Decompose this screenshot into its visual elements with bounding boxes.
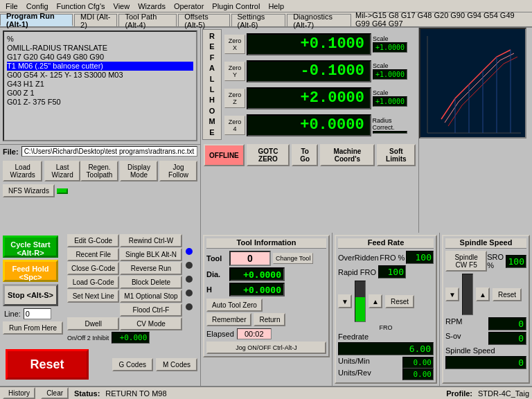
- fro-bar: [355, 281, 366, 322]
- single-blk-btn[interactable]: Single BLK Alt-N: [120, 248, 181, 261]
- soft-limits-btn[interactable]: Soft Limits: [377, 144, 416, 166]
- stop-btn[interactable]: Stop <Alt-S>: [3, 284, 58, 306]
- regen-toolpath-btn[interactable]: Regen. Toolpath: [80, 161, 118, 181]
- tab-tool-path[interactable]: Tool Path (Alt-4): [118, 14, 177, 26]
- nfs-active-indicator[interactable]: [57, 188, 68, 194]
- sov-label: S-ov: [445, 332, 461, 345]
- tab-program-run[interactable]: Program Run (Alt-1): [0, 14, 73, 26]
- reset-btn[interactable]: Reset: [6, 349, 89, 380]
- clear-btn[interactable]: Clear: [41, 387, 69, 399]
- last-wizard-btn[interactable]: Last Wizard: [44, 161, 80, 181]
- machine-coords-btn[interactable]: Machine Coord's: [320, 144, 375, 166]
- zero-a-btn[interactable]: Zero4: [224, 116, 245, 135]
- menu-plugin-control[interactable]: Plugin Control: [208, 1, 264, 11]
- scale-y-label: Scale: [373, 62, 407, 69]
- cycle-start-btn[interactable]: Cycle Start <Alt-R>: [3, 236, 58, 258]
- file-label: File:: [3, 148, 19, 156]
- goto-zero-btn[interactable]: GOTC ZERO: [247, 144, 290, 166]
- fro-down-btn[interactable]: ▼: [338, 294, 352, 308]
- profile-label: Profile:: [446, 389, 472, 398]
- dia-value: +0.0000: [229, 267, 285, 281]
- tab-diagnostics[interactable]: Diagnostics (Alt-7): [287, 14, 351, 26]
- status-bar: History Clear Status: RETURN TO M98 Prof…: [0, 386, 532, 399]
- recent-file-btn[interactable]: Recent File: [67, 248, 119, 261]
- menu-help[interactable]: Help: [264, 1, 288, 11]
- flood-btn[interactable]: Flood Ctrl-F: [120, 303, 181, 317]
- m-codes-btn[interactable]: M Codes: [156, 358, 197, 371]
- menu-function-cfg[interactable]: Function Cfg's: [53, 1, 109, 11]
- fro-up-btn[interactable]: ▲: [369, 294, 382, 308]
- units-rev-label: Units/Rev: [338, 369, 371, 380]
- gcode-line: G43 H1 Z1: [7, 80, 193, 89]
- m1-optional-btn[interactable]: M1 Optional Stop: [120, 290, 181, 303]
- reverse-run-btn[interactable]: Reverse Run: [120, 262, 181, 275]
- spindle-up-btn[interactable]: ▲: [476, 287, 490, 301]
- spindle-cw-btn[interactable]: Spindle CW F5: [445, 251, 487, 272]
- cv-mode-btn[interactable]: CV Mode: [120, 317, 181, 330]
- tab-offsets[interactable]: Offsets (Alt-5): [178, 14, 229, 26]
- tab-settings[interactable]: Settings (Alt-6): [231, 14, 286, 26]
- menu-operator[interactable]: Operator: [170, 1, 208, 11]
- rpm-value: 0: [488, 317, 526, 330]
- menu-file[interactable]: File: [1, 1, 22, 11]
- spindle-bar: [462, 274, 473, 315]
- single-blk-indicator: [186, 248, 193, 255]
- offline-btn[interactable]: OFFLINE: [204, 144, 245, 166]
- return-btn[interactable]: Return: [254, 313, 285, 326]
- fro-reset-btn[interactable]: Reset: [385, 295, 414, 308]
- file-path-input[interactable]: [21, 146, 197, 157]
- auto-tool-zero-btn[interactable]: Auto Tool Zero: [206, 299, 263, 312]
- close-gcode-btn[interactable]: Close G-Code: [67, 262, 119, 275]
- elapsed-display: 00:02: [237, 328, 272, 339]
- dwell-btn[interactable]: Dwell: [67, 317, 119, 330]
- status-text: RETURN TO M98: [105, 389, 441, 398]
- jog-follow-btn[interactable]: Jog Follow: [159, 161, 197, 181]
- run-from-here-btn[interactable]: Run From Here: [3, 321, 63, 335]
- tab-codes[interactable]: Mil->G15 G8 G17 G48 G20 G90 G94 G54 G49 …: [353, 12, 532, 26]
- feed-hold-btn[interactable]: Feed Hold <Spc>: [3, 260, 58, 282]
- nfs-wizard-row: NFS Wizards: [3, 184, 197, 197]
- load-gcode-btn[interactable]: Load G-Code: [67, 276, 119, 289]
- load-wizards-btn[interactable]: Load Wizards: [3, 161, 42, 181]
- overridden-label: OverRidden: [338, 254, 379, 262]
- zero-y-btn[interactable]: ZeroY: [224, 62, 245, 81]
- scale-y-value: +1.0000: [373, 69, 407, 80]
- action-buttons-row: OFFLINE GOTC ZERO To Go Machine Coord's …: [201, 143, 418, 168]
- fro-percent: 100: [406, 251, 434, 264]
- remember-btn[interactable]: Remember: [206, 313, 251, 326]
- on-off-display: +0.000: [112, 332, 150, 344]
- set-next-line-btn[interactable]: Set Next Line: [67, 290, 119, 303]
- menu-wizards[interactable]: Wizards: [134, 1, 170, 11]
- spindle-down-btn[interactable]: ▼: [445, 287, 459, 301]
- menu-view[interactable]: View: [109, 1, 134, 11]
- spindle-reset-btn[interactable]: Reset: [493, 288, 522, 301]
- units-rev-value: 0.00: [402, 369, 434, 380]
- ref-all-home-label: R E F A L L H O M E: [202, 29, 222, 140]
- tab-mdi[interactable]: MDI (Alt-2): [74, 14, 117, 26]
- jog-on-off-btn[interactable]: Jog ON/OFF Ctrl-Alt-J: [206, 342, 326, 354]
- scale-x-label: Scale: [373, 35, 407, 42]
- gcode-line: G01 Z- 375 F50: [7, 98, 193, 107]
- display-mode-btn[interactable]: Display Mode: [120, 161, 158, 181]
- nfs-wizards-btn[interactable]: NFS Wizards: [3, 184, 55, 197]
- line-label: Line:: [4, 310, 21, 318]
- gcode-line: OMILL-RADIUS TRANSLATE: [7, 44, 193, 53]
- elapsed-label: Elapsed: [206, 330, 234, 338]
- dro-a-display: +0.0000: [247, 114, 371, 136]
- dro-x-row: ZeroX +0.1000 Scale +1.0000: [223, 31, 416, 57]
- block-delete-btn[interactable]: Block Delete: [120, 276, 181, 289]
- 3d-view: [419, 28, 526, 139]
- history-btn[interactable]: History: [3, 387, 35, 399]
- sov-value: 0: [488, 332, 526, 345]
- zero-x-btn[interactable]: ZeroX: [224, 35, 245, 54]
- menu-config[interactable]: Config: [22, 1, 53, 11]
- radius-correct-value: [373, 131, 407, 134]
- to-go-btn[interactable]: To Go: [292, 144, 318, 166]
- rewind-btn[interactable]: Rewind Ctrl-W: [120, 234, 181, 247]
- edit-gcode-btn[interactable]: Edit G-Code: [67, 234, 119, 247]
- change-tool-btn[interactable]: Change Tool: [273, 253, 313, 264]
- h-value: +0.0000: [229, 283, 285, 296]
- g-codes-btn[interactable]: G Codes: [112, 358, 153, 371]
- gcode-display: % OMILL-RADIUS TRANSLATE G17 G20 G40 G49…: [3, 30, 197, 141]
- zero-z-btn[interactable]: ZeroZ: [224, 89, 245, 108]
